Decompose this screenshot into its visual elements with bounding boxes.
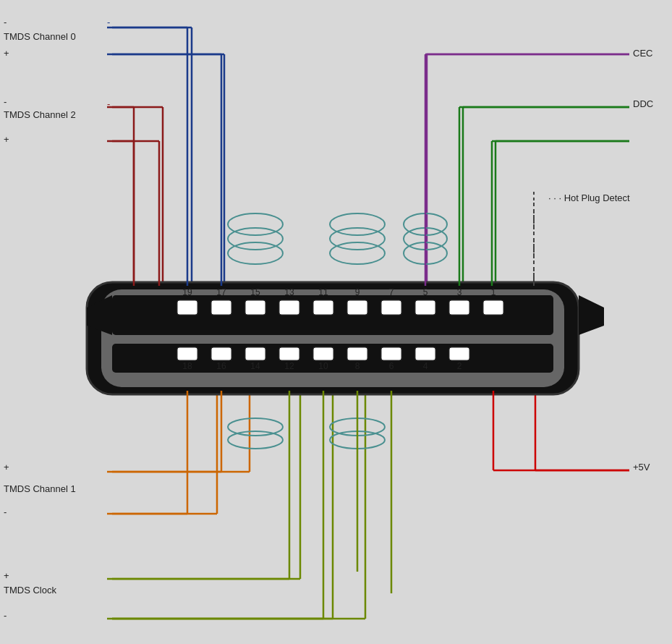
- tmds-clk-minus-label: -: [4, 610, 7, 621]
- tmds-clk-plus-label: +: [4, 570, 9, 581]
- tmds-clk-label: TMDS Clock: [4, 585, 56, 596]
- hot-plug-detect-label: · · · Hot Plug Detect: [548, 192, 630, 203]
- svg-rect-33: [211, 300, 231, 315]
- pin-5-label: 5: [423, 287, 428, 297]
- tmds-ch2-plus-label: +: [4, 134, 9, 145]
- pin-14-label: 14: [250, 361, 260, 371]
- pin-11-label: 11: [318, 287, 328, 297]
- svg-rect-37: [347, 300, 367, 315]
- svg-rect-44: [245, 347, 265, 360]
- svg-rect-42: [177, 347, 197, 360]
- cec-label: CEC: [633, 48, 652, 59]
- pin-1-label: 1: [491, 287, 496, 297]
- ch0-minus-indicator: -: [107, 17, 110, 27]
- tmds-ch1-label: TMDS Channel 1: [4, 483, 76, 494]
- svg-rect-35: [279, 300, 299, 315]
- svg-rect-41: [483, 300, 503, 315]
- svg-rect-46: [313, 347, 333, 360]
- tmds-ch1-minus-label: -: [4, 507, 7, 517]
- tmds-ch1-plus-label: +: [4, 462, 9, 473]
- tmds-ch0-label: TMDS Channel 0: [4, 31, 76, 42]
- pin-3-label: 3: [457, 287, 462, 297]
- pin-2-label: 2: [457, 361, 462, 371]
- svg-rect-48: [381, 347, 401, 360]
- pin-15-label: 15: [250, 287, 260, 297]
- tmds-ch0-minus-label: -: [4, 17, 7, 27]
- pin-9-label: 9: [355, 287, 360, 297]
- svg-rect-40: [449, 300, 469, 315]
- svg-rect-38: [381, 300, 401, 315]
- svg-rect-34: [245, 300, 265, 315]
- svg-rect-47: [347, 347, 367, 360]
- pin-8-label: 8: [355, 361, 360, 371]
- svg-rect-50: [449, 347, 469, 360]
- pin-16-label: 16: [216, 361, 226, 371]
- pin-17-label: 17: [216, 287, 226, 297]
- svg-rect-32: [177, 300, 197, 315]
- pin-7-label: 7: [389, 287, 394, 297]
- pin-12-label: 12: [284, 361, 294, 371]
- pin-4-label: 4: [423, 361, 428, 371]
- pin-19-label: 19: [182, 287, 192, 297]
- pin-6-label: 6: [389, 361, 394, 371]
- pin-13-label: 13: [284, 287, 294, 297]
- svg-rect-43: [211, 347, 231, 360]
- tmds-ch2-label: TMDS Channel 2: [4, 109, 76, 120]
- svg-rect-36: [313, 300, 333, 315]
- tmds-ch2-minus-label: -: [4, 96, 7, 107]
- pin-10-label: 10: [318, 361, 328, 371]
- svg-rect-49: [415, 347, 435, 360]
- tmds-ch0-plus-label: +: [4, 48, 9, 59]
- svg-rect-39: [415, 300, 435, 315]
- plus5v-label: +5V: [633, 462, 650, 473]
- svg-rect-45: [279, 347, 299, 360]
- pin-18-label: 18: [182, 361, 192, 371]
- ddc-label: DDC: [633, 98, 653, 109]
